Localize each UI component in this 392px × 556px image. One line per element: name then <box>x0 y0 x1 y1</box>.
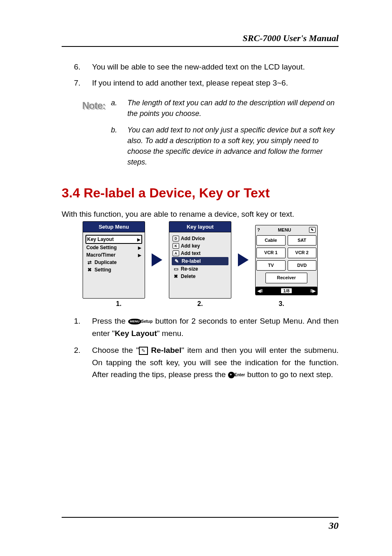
screen-device-grid: ? MENU ✎ Cable SAT VCR 1 VCR 2 TV DVD Re… <box>255 225 318 295</box>
pager-prev-icon: ◀Ⅱ <box>257 288 263 294</box>
pager-page: 1/8 <box>281 288 292 294</box>
x-icon: ✖ <box>173 273 179 279</box>
step-item: 1. Press the MENUSetup button for 2 seco… <box>74 315 339 339</box>
list-number: 6. <box>74 61 92 73</box>
menu-item-resize: ▭ Re-size <box>172 265 228 273</box>
section-intro: With this function, you are able to rena… <box>62 210 339 219</box>
chevron-right-icon: ▶ <box>137 237 141 242</box>
device-sat: SAT <box>288 235 317 246</box>
arrow-right-icon <box>238 253 249 266</box>
note-icon: Note: <box>62 97 111 111</box>
device-vcr2: VCR 2 <box>288 248 317 258</box>
note-letter: a. <box>111 97 127 119</box>
list-text: If you intend to add another text, pleas… <box>92 77 288 89</box>
note-item: a. The length of text you can add to the… <box>111 97 339 119</box>
note-text: The length of text you can add to the de… <box>127 97 339 119</box>
enter-button-icon <box>228 372 235 378</box>
arrow-right-icon <box>152 253 162 266</box>
note-text: You can add text to not only just a spec… <box>127 125 339 167</box>
menu-item-add-text: A Add text <box>172 250 228 257</box>
k-icon: K <box>173 243 179 249</box>
caption: 2. <box>197 300 203 308</box>
menu-item-add-key: K Add key <box>172 242 228 250</box>
screen-topbar: ? MENU ✎ <box>256 225 317 234</box>
step-item: 2. Choose the "✎ Re-label" item and then… <box>74 344 339 380</box>
continuation-list: 6. You will be able to see the new-added… <box>74 61 339 89</box>
list-text: You will be able to see the new-added te… <box>92 61 305 73</box>
resize-icon: ▭ <box>173 266 179 272</box>
figure-captions: 1. 2. 3. <box>62 300 339 308</box>
x-icon: ✖ <box>86 267 93 273</box>
header-title: SRC-7000 User's Manual <box>242 33 339 43</box>
a-icon: A <box>173 250 179 256</box>
pencil-icon: ✎ <box>139 347 148 355</box>
device-tv: TV <box>256 260 286 271</box>
pencil-icon: ✎ <box>173 258 180 264</box>
edit-icon: ✎ <box>309 227 316 233</box>
device-receiver: Receiver <box>265 273 307 283</box>
d-icon: D <box>173 236 179 241</box>
section-title: 3.4 Re-label a Device, Key or Text <box>62 185 339 201</box>
menu-label: MENU <box>278 227 291 232</box>
note-block: Note: a. The length of text you can add … <box>62 97 339 174</box>
screen-key-layout: Key layout D Add Dvice K Add key A Add t… <box>169 221 231 299</box>
pager: ◀Ⅱ 1/8 Ⅱ▶ <box>256 287 317 295</box>
menu-item-add-device: D Add Dvice <box>172 235 228 242</box>
page-footer: 30 <box>62 517 339 531</box>
steps-list: 1. Press the MENUSetup button for 2 seco… <box>74 315 339 380</box>
caption: 1. <box>116 300 121 308</box>
note-letter: b. <box>111 125 127 167</box>
screen-setup-menu: Setup Menu Key Layout▶ Code Setting▶ Mac… <box>83 221 145 299</box>
menu-item-macro-timer: Macro/Timer▶ <box>85 251 142 259</box>
help-icon: ? <box>257 227 260 232</box>
list-item: 7. If you intend to add another text, pl… <box>74 77 339 89</box>
menu-button-icon: MENU <box>128 319 141 324</box>
screenshot-row: Setup Menu Key Layout▶ Code Setting▶ Mac… <box>62 221 339 299</box>
note-list: a. The length of text you can add to the… <box>111 97 339 174</box>
note-item: b. You can add text to not only just a s… <box>111 125 339 167</box>
step-body: Press the MENUSetup button for 2 seconds… <box>92 315 339 339</box>
menu-item-key-layout: Key Layout▶ <box>85 235 142 244</box>
step-body: Choose the "✎ Re-label" item and then yo… <box>92 344 339 380</box>
setup-label: Setup <box>141 320 153 324</box>
caption: 3. <box>279 300 284 308</box>
note-label: Note: <box>82 100 105 111</box>
pager-next-icon: Ⅱ▶ <box>310 288 316 294</box>
enter-label: Enter <box>235 373 245 377</box>
list-item: 6. You will be able to see the new-added… <box>74 61 339 73</box>
chevron-right-icon: ▶ <box>138 253 141 257</box>
bold-relabel: Re-label <box>148 346 182 354</box>
menu-item-duplicate: ⇄ Duplicate <box>85 259 142 266</box>
swap-icon: ⇄ <box>86 259 93 265</box>
menu-item-delete: ✖ Delete <box>172 273 228 280</box>
page-number: 30 <box>329 520 339 531</box>
list-number: 7. <box>74 77 92 89</box>
device-dvd: DVD <box>288 260 317 271</box>
menu-item-relabel: ✎ Re-label <box>172 257 228 265</box>
menu-item-code-setting: Code Setting▶ <box>85 244 142 251</box>
menu-item-setting: ✖ Setting <box>85 266 142 273</box>
step-number: 1. <box>74 315 92 339</box>
bold-key-layout: Key Layout <box>115 329 157 338</box>
page-header: SRC-7000 User's Manual <box>62 33 339 47</box>
screen-title: Setup Menu <box>83 222 145 232</box>
screen-title: Key layout <box>169 222 231 232</box>
chevron-right-icon: ▶ <box>138 246 141 250</box>
step-number: 2. <box>74 344 92 380</box>
device-vcr1: VCR 1 <box>256 248 286 258</box>
device-cable: Cable <box>256 235 286 246</box>
